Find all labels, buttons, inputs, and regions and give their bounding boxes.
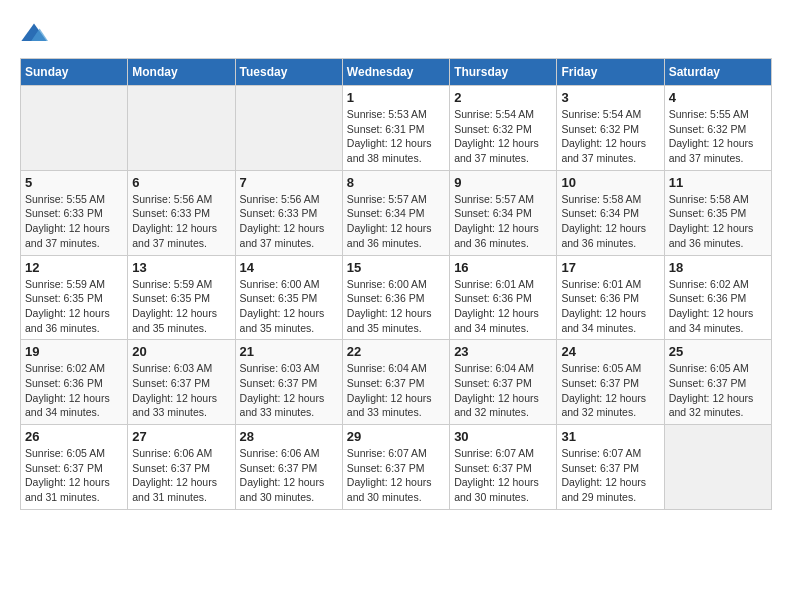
day-number: 20: [132, 344, 230, 359]
day-info: Sunrise: 6:06 AM Sunset: 6:37 PM Dayligh…: [240, 446, 338, 505]
calendar-cell: 1Sunrise: 5:53 AM Sunset: 6:31 PM Daylig…: [342, 86, 449, 171]
calendar-cell: 22Sunrise: 6:04 AM Sunset: 6:37 PM Dayli…: [342, 340, 449, 425]
logo-icon: [20, 20, 48, 48]
weekday-header-tuesday: Tuesday: [235, 59, 342, 86]
day-info: Sunrise: 5:55 AM Sunset: 6:33 PM Dayligh…: [25, 192, 123, 251]
day-number: 25: [669, 344, 767, 359]
calendar-week-4: 19Sunrise: 6:02 AM Sunset: 6:36 PM Dayli…: [21, 340, 772, 425]
calendar-cell: 17Sunrise: 6:01 AM Sunset: 6:36 PM Dayli…: [557, 255, 664, 340]
day-number: 27: [132, 429, 230, 444]
day-number: 30: [454, 429, 552, 444]
calendar-cell: 26Sunrise: 6:05 AM Sunset: 6:37 PM Dayli…: [21, 425, 128, 510]
calendar-cell: 15Sunrise: 6:00 AM Sunset: 6:36 PM Dayli…: [342, 255, 449, 340]
calendar-week-5: 26Sunrise: 6:05 AM Sunset: 6:37 PM Dayli…: [21, 425, 772, 510]
calendar-cell: 16Sunrise: 6:01 AM Sunset: 6:36 PM Dayli…: [450, 255, 557, 340]
calendar-cell: 20Sunrise: 6:03 AM Sunset: 6:37 PM Dayli…: [128, 340, 235, 425]
day-info: Sunrise: 5:56 AM Sunset: 6:33 PM Dayligh…: [240, 192, 338, 251]
calendar-cell: 9Sunrise: 5:57 AM Sunset: 6:34 PM Daylig…: [450, 170, 557, 255]
day-number: 3: [561, 90, 659, 105]
calendar-cell: 3Sunrise: 5:54 AM Sunset: 6:32 PM Daylig…: [557, 86, 664, 171]
day-number: 11: [669, 175, 767, 190]
day-info: Sunrise: 6:02 AM Sunset: 6:36 PM Dayligh…: [669, 277, 767, 336]
calendar-cell: 5Sunrise: 5:55 AM Sunset: 6:33 PM Daylig…: [21, 170, 128, 255]
day-info: Sunrise: 6:03 AM Sunset: 6:37 PM Dayligh…: [240, 361, 338, 420]
day-number: 4: [669, 90, 767, 105]
calendar-cell: 4Sunrise: 5:55 AM Sunset: 6:32 PM Daylig…: [664, 86, 771, 171]
calendar-cell: 28Sunrise: 6:06 AM Sunset: 6:37 PM Dayli…: [235, 425, 342, 510]
day-number: 19: [25, 344, 123, 359]
day-info: Sunrise: 6:06 AM Sunset: 6:37 PM Dayligh…: [132, 446, 230, 505]
day-info: Sunrise: 6:04 AM Sunset: 6:37 PM Dayligh…: [454, 361, 552, 420]
page-header: [20, 20, 772, 48]
day-info: Sunrise: 5:54 AM Sunset: 6:32 PM Dayligh…: [561, 107, 659, 166]
day-number: 28: [240, 429, 338, 444]
weekday-header-thursday: Thursday: [450, 59, 557, 86]
weekday-header-row: SundayMondayTuesdayWednesdayThursdayFrid…: [21, 59, 772, 86]
calendar-cell: [21, 86, 128, 171]
day-number: 7: [240, 175, 338, 190]
day-number: 21: [240, 344, 338, 359]
logo: [20, 20, 52, 48]
calendar-cell: 14Sunrise: 6:00 AM Sunset: 6:35 PM Dayli…: [235, 255, 342, 340]
day-info: Sunrise: 5:59 AM Sunset: 6:35 PM Dayligh…: [25, 277, 123, 336]
calendar-cell: [128, 86, 235, 171]
weekday-header-sunday: Sunday: [21, 59, 128, 86]
calendar-cell: 6Sunrise: 5:56 AM Sunset: 6:33 PM Daylig…: [128, 170, 235, 255]
weekday-header-wednesday: Wednesday: [342, 59, 449, 86]
calendar-cell: 21Sunrise: 6:03 AM Sunset: 6:37 PM Dayli…: [235, 340, 342, 425]
calendar-week-3: 12Sunrise: 5:59 AM Sunset: 6:35 PM Dayli…: [21, 255, 772, 340]
day-info: Sunrise: 6:05 AM Sunset: 6:37 PM Dayligh…: [669, 361, 767, 420]
day-number: 26: [25, 429, 123, 444]
calendar-cell: 19Sunrise: 6:02 AM Sunset: 6:36 PM Dayli…: [21, 340, 128, 425]
weekday-header-monday: Monday: [128, 59, 235, 86]
calendar-cell: 11Sunrise: 5:58 AM Sunset: 6:35 PM Dayli…: [664, 170, 771, 255]
day-info: Sunrise: 6:01 AM Sunset: 6:36 PM Dayligh…: [561, 277, 659, 336]
calendar-cell: 31Sunrise: 6:07 AM Sunset: 6:37 PM Dayli…: [557, 425, 664, 510]
calendar-table: SundayMondayTuesdayWednesdayThursdayFrid…: [20, 58, 772, 510]
day-info: Sunrise: 6:07 AM Sunset: 6:37 PM Dayligh…: [347, 446, 445, 505]
day-number: 22: [347, 344, 445, 359]
day-number: 2: [454, 90, 552, 105]
day-number: 1: [347, 90, 445, 105]
calendar-cell: [235, 86, 342, 171]
day-number: 6: [132, 175, 230, 190]
day-number: 31: [561, 429, 659, 444]
day-info: Sunrise: 6:07 AM Sunset: 6:37 PM Dayligh…: [561, 446, 659, 505]
calendar-cell: [664, 425, 771, 510]
day-info: Sunrise: 5:57 AM Sunset: 6:34 PM Dayligh…: [347, 192, 445, 251]
calendar-cell: 10Sunrise: 5:58 AM Sunset: 6:34 PM Dayli…: [557, 170, 664, 255]
day-info: Sunrise: 6:01 AM Sunset: 6:36 PM Dayligh…: [454, 277, 552, 336]
day-number: 17: [561, 260, 659, 275]
calendar-cell: 18Sunrise: 6:02 AM Sunset: 6:36 PM Dayli…: [664, 255, 771, 340]
calendar-cell: 13Sunrise: 5:59 AM Sunset: 6:35 PM Dayli…: [128, 255, 235, 340]
day-number: 5: [25, 175, 123, 190]
calendar-cell: 7Sunrise: 5:56 AM Sunset: 6:33 PM Daylig…: [235, 170, 342, 255]
day-number: 9: [454, 175, 552, 190]
day-info: Sunrise: 6:04 AM Sunset: 6:37 PM Dayligh…: [347, 361, 445, 420]
calendar-cell: 30Sunrise: 6:07 AM Sunset: 6:37 PM Dayli…: [450, 425, 557, 510]
calendar-cell: 24Sunrise: 6:05 AM Sunset: 6:37 PM Dayli…: [557, 340, 664, 425]
day-number: 18: [669, 260, 767, 275]
day-number: 10: [561, 175, 659, 190]
calendar-cell: 8Sunrise: 5:57 AM Sunset: 6:34 PM Daylig…: [342, 170, 449, 255]
day-number: 23: [454, 344, 552, 359]
day-number: 8: [347, 175, 445, 190]
day-info: Sunrise: 6:00 AM Sunset: 6:35 PM Dayligh…: [240, 277, 338, 336]
day-number: 12: [25, 260, 123, 275]
day-info: Sunrise: 6:02 AM Sunset: 6:36 PM Dayligh…: [25, 361, 123, 420]
day-info: Sunrise: 5:58 AM Sunset: 6:35 PM Dayligh…: [669, 192, 767, 251]
calendar-cell: 27Sunrise: 6:06 AM Sunset: 6:37 PM Dayli…: [128, 425, 235, 510]
calendar-cell: 23Sunrise: 6:04 AM Sunset: 6:37 PM Dayli…: [450, 340, 557, 425]
day-info: Sunrise: 6:05 AM Sunset: 6:37 PM Dayligh…: [25, 446, 123, 505]
day-info: Sunrise: 5:54 AM Sunset: 6:32 PM Dayligh…: [454, 107, 552, 166]
calendar-cell: 12Sunrise: 5:59 AM Sunset: 6:35 PM Dayli…: [21, 255, 128, 340]
day-number: 14: [240, 260, 338, 275]
day-info: Sunrise: 5:57 AM Sunset: 6:34 PM Dayligh…: [454, 192, 552, 251]
day-number: 29: [347, 429, 445, 444]
day-info: Sunrise: 6:05 AM Sunset: 6:37 PM Dayligh…: [561, 361, 659, 420]
day-number: 16: [454, 260, 552, 275]
calendar-cell: 25Sunrise: 6:05 AM Sunset: 6:37 PM Dayli…: [664, 340, 771, 425]
calendar-week-1: 1Sunrise: 5:53 AM Sunset: 6:31 PM Daylig…: [21, 86, 772, 171]
weekday-header-saturday: Saturday: [664, 59, 771, 86]
day-info: Sunrise: 6:03 AM Sunset: 6:37 PM Dayligh…: [132, 361, 230, 420]
